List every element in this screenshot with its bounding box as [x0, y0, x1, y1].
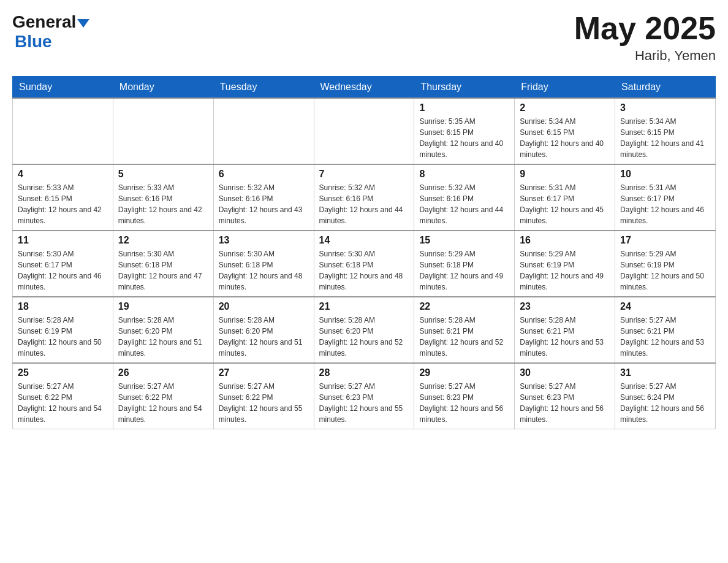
day-of-week-header: Saturday: [615, 77, 716, 99]
day-info: Sunrise: 5:32 AMSunset: 6:16 PMDaylight:…: [319, 182, 409, 226]
calendar-cell: 22Sunrise: 5:28 AMSunset: 6:21 PMDayligh…: [414, 297, 515, 363]
calendar-cell: 10Sunrise: 5:31 AMSunset: 6:17 PMDayligh…: [615, 164, 716, 231]
day-number: 31: [620, 367, 710, 378]
day-number: 17: [620, 235, 710, 246]
calendar-cell: [314, 98, 414, 164]
day-number: 3: [620, 102, 710, 113]
calendar-cell: 5Sunrise: 5:33 AMSunset: 6:16 PMDaylight…: [113, 164, 213, 231]
calendar-cell: 8Sunrise: 5:32 AMSunset: 6:16 PMDaylight…: [414, 164, 515, 231]
day-number: 30: [520, 367, 610, 378]
calendar-cell: 7Sunrise: 5:32 AMSunset: 6:16 PMDaylight…: [314, 164, 414, 231]
day-info: Sunrise: 5:28 AMSunset: 6:21 PMDaylight:…: [520, 315, 610, 359]
day-number: 22: [419, 301, 509, 312]
day-info: Sunrise: 5:29 AMSunset: 6:18 PMDaylight:…: [419, 248, 509, 293]
calendar-table: SundayMondayTuesdayWednesdayThursdayFrid…: [12, 76, 716, 429]
day-number: 16: [520, 235, 610, 246]
day-info: Sunrise: 5:32 AMSunset: 6:16 PMDaylight:…: [419, 182, 509, 226]
calendar-header-row: SundayMondayTuesdayWednesdayThursdayFrid…: [13, 77, 716, 99]
day-number: 9: [520, 169, 610, 180]
day-info: Sunrise: 5:33 AMSunset: 6:16 PMDaylight:…: [118, 182, 208, 226]
day-info: Sunrise: 5:28 AMSunset: 6:20 PMDaylight:…: [118, 315, 208, 359]
calendar-cell: [113, 98, 213, 164]
day-number: 12: [118, 235, 208, 246]
logo-arrow-icon: [77, 19, 89, 28]
calendar-cell: 23Sunrise: 5:28 AMSunset: 6:21 PMDayligh…: [515, 297, 615, 363]
week-row: 25Sunrise: 5:27 AMSunset: 6:22 PMDayligh…: [13, 363, 716, 429]
week-row: 1Sunrise: 5:35 AMSunset: 6:15 PMDaylight…: [13, 98, 716, 164]
calendar-cell: 13Sunrise: 5:30 AMSunset: 6:18 PMDayligh…: [213, 231, 314, 297]
calendar-cell: 20Sunrise: 5:28 AMSunset: 6:20 PMDayligh…: [213, 297, 314, 363]
calendar-cell: 11Sunrise: 5:30 AMSunset: 6:17 PMDayligh…: [13, 231, 113, 297]
day-of-week-header: Monday: [113, 77, 213, 99]
calendar-cell: 18Sunrise: 5:28 AMSunset: 6:19 PMDayligh…: [13, 297, 113, 363]
day-info: Sunrise: 5:31 AMSunset: 6:17 PMDaylight:…: [520, 182, 610, 226]
day-info: Sunrise: 5:27 AMSunset: 6:22 PMDaylight:…: [18, 381, 108, 425]
week-row: 11Sunrise: 5:30 AMSunset: 6:17 PMDayligh…: [13, 231, 716, 297]
day-info: Sunrise: 5:34 AMSunset: 6:15 PMDaylight:…: [620, 116, 710, 160]
calendar-cell: 28Sunrise: 5:27 AMSunset: 6:23 PMDayligh…: [314, 363, 414, 429]
calendar-cell: 12Sunrise: 5:30 AMSunset: 6:18 PMDayligh…: [113, 231, 213, 297]
day-info: Sunrise: 5:29 AMSunset: 6:19 PMDaylight:…: [620, 248, 710, 293]
calendar-cell: [213, 98, 314, 164]
calendar-cell: 4Sunrise: 5:33 AMSunset: 6:15 PMDaylight…: [13, 164, 113, 231]
day-number: 27: [219, 367, 309, 378]
calendar-cell: 1Sunrise: 5:35 AMSunset: 6:15 PMDaylight…: [414, 98, 515, 164]
day-number: 14: [319, 235, 409, 246]
day-info: Sunrise: 5:27 AMSunset: 6:21 PMDaylight:…: [620, 315, 710, 359]
day-info: Sunrise: 5:28 AMSunset: 6:20 PMDaylight:…: [219, 315, 309, 359]
calendar-cell: [13, 98, 113, 164]
day-info: Sunrise: 5:29 AMSunset: 6:19 PMDaylight:…: [520, 248, 610, 293]
calendar-cell: 15Sunrise: 5:29 AMSunset: 6:18 PMDayligh…: [414, 231, 515, 297]
day-info: Sunrise: 5:27 AMSunset: 6:22 PMDaylight:…: [219, 381, 309, 425]
calendar-cell: 9Sunrise: 5:31 AMSunset: 6:17 PMDaylight…: [515, 164, 615, 231]
month-title: May 2025: [574, 12, 716, 44]
calendar-cell: 3Sunrise: 5:34 AMSunset: 6:15 PMDaylight…: [615, 98, 716, 164]
title-block: May 2025 Harib, Yemen: [574, 12, 716, 64]
week-row: 18Sunrise: 5:28 AMSunset: 6:19 PMDayligh…: [13, 297, 716, 363]
day-of-week-header: Friday: [515, 77, 615, 99]
calendar-cell: 17Sunrise: 5:29 AMSunset: 6:19 PMDayligh…: [615, 231, 716, 297]
day-number: 29: [419, 367, 509, 378]
day-number: 11: [18, 235, 108, 246]
day-number: 1: [419, 102, 509, 113]
day-number: 2: [520, 102, 610, 113]
calendar-cell: 26Sunrise: 5:27 AMSunset: 6:22 PMDayligh…: [113, 363, 213, 429]
day-info: Sunrise: 5:34 AMSunset: 6:15 PMDaylight:…: [520, 116, 610, 160]
day-info: Sunrise: 5:30 AMSunset: 6:18 PMDaylight:…: [118, 248, 208, 293]
calendar-cell: 19Sunrise: 5:28 AMSunset: 6:20 PMDayligh…: [113, 297, 213, 363]
day-info: Sunrise: 5:32 AMSunset: 6:16 PMDaylight:…: [219, 182, 309, 226]
day-info: Sunrise: 5:28 AMSunset: 6:21 PMDaylight:…: [419, 315, 509, 359]
day-info: Sunrise: 5:27 AMSunset: 6:23 PMDaylight:…: [419, 381, 509, 425]
page-header: General Blue May 2025 Harib, Yemen: [12, 12, 716, 64]
day-info: Sunrise: 5:31 AMSunset: 6:17 PMDaylight:…: [620, 182, 710, 226]
calendar-cell: 31Sunrise: 5:27 AMSunset: 6:24 PMDayligh…: [615, 363, 716, 429]
logo-blue-text: Blue: [15, 32, 52, 51]
calendar-cell: 24Sunrise: 5:27 AMSunset: 6:21 PMDayligh…: [615, 297, 716, 363]
day-number: 23: [520, 301, 610, 312]
calendar-cell: 14Sunrise: 5:30 AMSunset: 6:18 PMDayligh…: [314, 231, 414, 297]
day-of-week-header: Tuesday: [213, 77, 314, 99]
logo-general-text: General: [12, 12, 76, 31]
day-info: Sunrise: 5:27 AMSunset: 6:24 PMDaylight:…: [620, 381, 710, 425]
day-info: Sunrise: 5:33 AMSunset: 6:15 PMDaylight:…: [18, 182, 108, 226]
day-number: 18: [18, 301, 108, 312]
day-info: Sunrise: 5:27 AMSunset: 6:22 PMDaylight:…: [118, 381, 208, 425]
calendar-cell: 30Sunrise: 5:27 AMSunset: 6:23 PMDayligh…: [515, 363, 615, 429]
day-info: Sunrise: 5:28 AMSunset: 6:19 PMDaylight:…: [18, 315, 108, 359]
day-info: Sunrise: 5:30 AMSunset: 6:18 PMDaylight:…: [319, 248, 409, 293]
day-number: 28: [319, 367, 409, 378]
calendar-cell: 6Sunrise: 5:32 AMSunset: 6:16 PMDaylight…: [213, 164, 314, 231]
day-number: 4: [18, 169, 108, 180]
calendar-cell: 29Sunrise: 5:27 AMSunset: 6:23 PMDayligh…: [414, 363, 515, 429]
day-number: 13: [219, 235, 309, 246]
day-number: 20: [219, 301, 309, 312]
day-info: Sunrise: 5:27 AMSunset: 6:23 PMDaylight:…: [319, 381, 409, 425]
day-of-week-header: Wednesday: [314, 77, 414, 99]
location-label: Harib, Yemen: [574, 48, 716, 64]
day-info: Sunrise: 5:28 AMSunset: 6:20 PMDaylight:…: [319, 315, 409, 359]
day-of-week-header: Thursday: [414, 77, 515, 99]
day-number: 24: [620, 301, 710, 312]
day-number: 21: [319, 301, 409, 312]
day-info: Sunrise: 5:30 AMSunset: 6:17 PMDaylight:…: [18, 248, 108, 293]
day-info: Sunrise: 5:27 AMSunset: 6:23 PMDaylight:…: [520, 381, 610, 425]
